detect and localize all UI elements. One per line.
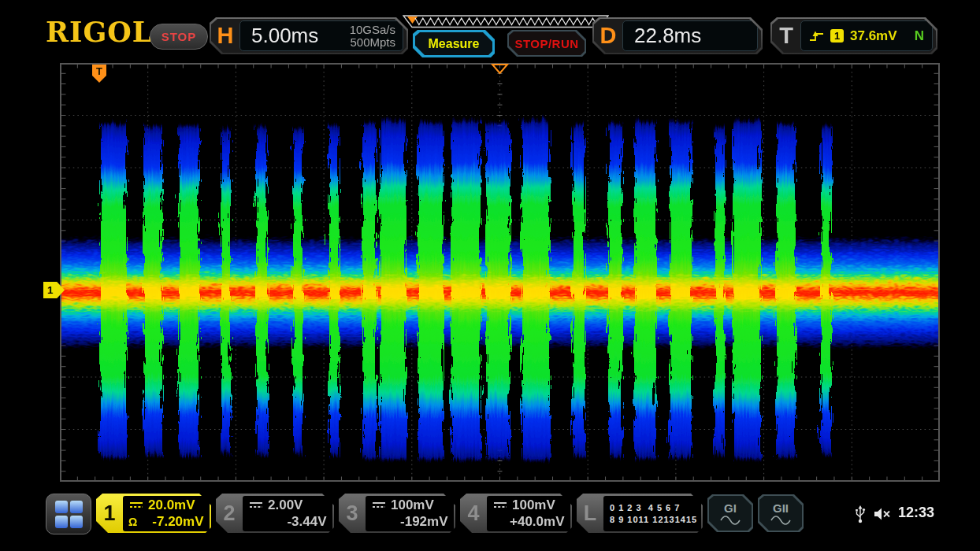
channel-1-number: 1 [96, 494, 123, 533]
h-scale-value: 5.00ms [240, 24, 318, 48]
h-scale-panel: 5.00ms 10GSa/s 500Mpts [239, 20, 403, 51]
delay-panel: 22.8ms [622, 20, 758, 51]
gen2-button[interactable]: GII [758, 494, 804, 532]
trigger-slope-icon [809, 30, 824, 43]
impedance-label: Ω [128, 516, 137, 528]
run-state-badge: STOP [150, 24, 208, 50]
speaker-muted-icon [873, 506, 893, 522]
waveform-memory-bar [403, 15, 609, 28]
channel-2-tag[interactable]: 2 2.00V -3.44V [216, 494, 334, 533]
trigger-widget[interactable]: T 1 37.6mV N [770, 17, 937, 54]
usb-icon [855, 504, 866, 524]
memory-depth: 500Mpts [350, 36, 395, 49]
logic-tag[interactable]: L 0 1 2 3 4 5 6 7 8 9 1011 12131415 [577, 494, 703, 533]
channel-4-offset: +40.0mV [510, 514, 564, 530]
stop-run-button[interactable]: STOP/RUN [507, 30, 586, 57]
trigger-panel: 1 37.6mV N [800, 20, 933, 51]
channel-4-number: 4 [460, 494, 487, 533]
dc-coupling-icon [371, 501, 387, 509]
menu-button[interactable] [46, 494, 91, 534]
memory-zigzag-icon [403, 15, 609, 28]
channel-2-number: 2 [216, 494, 243, 533]
dc-coupling-icon [128, 501, 144, 509]
channel-1-offset: -7.20mV [152, 514, 203, 530]
trigger-level: 37.6mV [850, 28, 897, 44]
measure-button-label: Measure [415, 32, 492, 55]
delay-widget[interactable]: D 22.8ms [592, 17, 763, 54]
horizontal-widget[interactable]: H 5.00ms 10GSa/s 500Mpts [210, 17, 408, 54]
clock: 12:33 [898, 505, 934, 521]
trigger-source-badge: 1 [830, 29, 844, 43]
run-state-label: STOP [161, 30, 197, 43]
trigger-mode: N [915, 28, 924, 44]
gen2-label: GII [773, 501, 789, 515]
logic-label: L [577, 494, 603, 533]
logic-panel: 0 1 2 3 4 5 6 7 8 9 1011 12131415 [603, 496, 701, 531]
trigger-position-marker: T [92, 65, 106, 83]
gen1-button[interactable]: GI [707, 494, 753, 532]
channel-3-scale: 100mV [391, 497, 434, 513]
channel-3-tag[interactable]: 3 100mV -192mV [339, 494, 455, 533]
channel-4-tag[interactable]: 4 100mV +40.0mV [460, 494, 572, 533]
d-label: D [594, 23, 622, 49]
delay-value: 22.8ms [623, 24, 701, 48]
channel-1-panel: 20.0mV Ω -7.20mV [123, 496, 210, 531]
measure-button[interactable]: Measure [413, 30, 495, 57]
t-label: T [772, 23, 800, 49]
sine-icon [719, 515, 741, 525]
grid-icon [55, 501, 83, 528]
acquisition-info: 10GSa/s 500Mpts [350, 24, 403, 49]
logic-channels-row2: 8 9 1011 12131415 [603, 513, 701, 525]
channel-1-tag[interactable]: 1 20.0mV Ω -7.20mV [96, 494, 211, 533]
sine-icon [770, 515, 792, 525]
dc-coupling-icon [248, 501, 264, 509]
dc-coupling-icon [492, 501, 508, 509]
channel-2-offset: -3.44V [287, 514, 326, 530]
svg-text:T: T [96, 65, 102, 77]
channel-1-scale: 20.0mV [148, 497, 195, 513]
logic-channels-row1: 0 1 2 3 4 5 6 7 [603, 501, 701, 513]
channel-2-panel: 2.00V -3.44V [243, 496, 332, 531]
channel1-level-marker-label: 1 [47, 284, 53, 296]
sample-rate: 10GSa/s [350, 24, 395, 36]
channel-3-offset: -192mV [400, 514, 447, 530]
signal-core-band [60, 272, 940, 309]
usb-indicator [855, 504, 866, 524]
channel-4-scale: 100mV [512, 497, 555, 513]
waveform-display[interactable]: T [60, 63, 940, 482]
sound-indicator [873, 506, 893, 522]
channel-3-number: 3 [339, 494, 366, 533]
h-label: H [211, 23, 239, 49]
rigol-logo: RIGOL [46, 16, 152, 48]
stop-run-button-label: STOP/RUN [509, 31, 585, 55]
gen1-label: GI [724, 501, 737, 515]
channel-4-panel: 100mV +40.0mV [487, 496, 570, 531]
channel-2-scale: 2.00V [268, 497, 303, 513]
channel-3-panel: 100mV -192mV [366, 496, 454, 531]
